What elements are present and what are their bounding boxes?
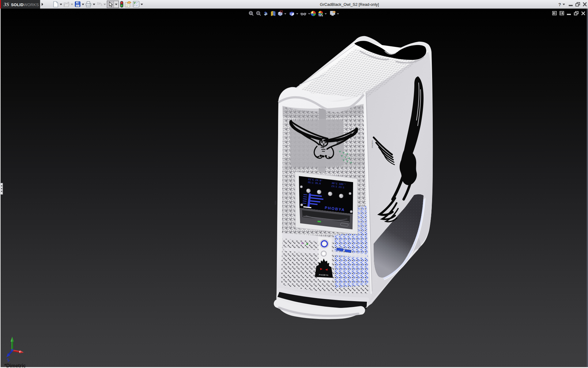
svg-text:?: ? bbox=[558, 2, 561, 7]
svg-text:3S: 3S bbox=[3, 2, 9, 7]
svg-text:SOLIDWORKS: SOLIDWORKS bbox=[11, 2, 39, 7]
svg-text:GrCadBlack_Owl_S2 [Read-only]: GrCadBlack_Owl_S2 [Read-only] bbox=[320, 2, 379, 7]
svg-text:PHOBYA: PHOBYA bbox=[371, 140, 373, 148]
svg-text:*Dimetric: *Dimetric bbox=[4, 363, 26, 368]
svg-text:Z: Z bbox=[6, 357, 10, 362]
